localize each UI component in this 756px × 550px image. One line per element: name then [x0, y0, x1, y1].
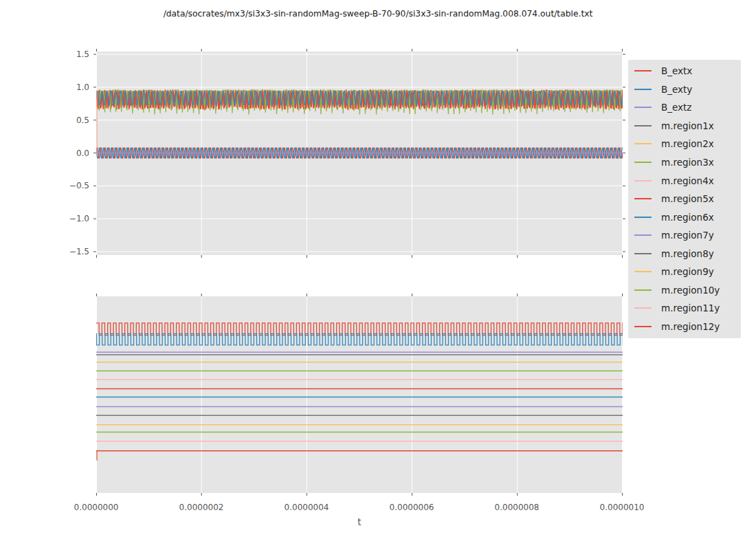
legend-line-swatch	[634, 217, 652, 218]
legend-line-swatch	[634, 253, 652, 254]
legend-label: m.region6x	[661, 212, 714, 223]
legend-item-B_extx: B_extx	[628, 62, 741, 80]
y-tick-label: 1.5	[41, 50, 89, 59]
legend-item-m.region8y: m.region8y	[628, 244, 741, 263]
y-tick-label: 1.0	[41, 82, 89, 92]
legend-line-swatch	[634, 125, 652, 126]
legend-line-swatch	[634, 271, 652, 272]
legend-label: B_exty	[661, 84, 692, 95]
legend-item-m.region12y: m.region12y	[628, 318, 741, 336]
x-axis-label: t	[96, 516, 623, 527]
legend-line-swatch	[634, 107, 652, 108]
legend-label: m.region10y	[661, 285, 720, 296]
legend-line-swatch	[634, 289, 652, 291]
legend-item-m.region9y: m.region9y	[628, 263, 741, 281]
legend-item-m.region10y: m.region10y	[628, 281, 741, 300]
x-tick-label: 0.0000004	[276, 503, 337, 512]
legend-line-swatch	[634, 162, 652, 163]
x-tick-label: 0.0000000	[65, 503, 127, 512]
y-tick-label: 0.0	[41, 148, 89, 158]
legend-label: m.region11y	[661, 302, 720, 314]
x-tick-label: 0.0000008	[486, 503, 548, 512]
legend-line-swatch	[634, 70, 652, 72]
legend-line-swatch	[634, 326, 652, 327]
y-tick-label: −0.5	[41, 181, 89, 190]
legend-item-m.region11y: m.region11y	[628, 299, 741, 318]
legend-label: m.region5x	[661, 193, 714, 204]
legend-item-m.region5x: m.region5x	[628, 190, 741, 208]
y-tick-label: 0.5	[41, 116, 89, 125]
legend-line-swatch	[634, 198, 652, 199]
legend-line-swatch	[634, 180, 652, 182]
legend-line-swatch	[634, 89, 652, 90]
figure: /data/socrates/mx3/si3x3-sin-randomMag-s…	[0, 0, 756, 550]
legend-label: m.region1x	[661, 120, 714, 131]
bottom-plot-area	[96, 296, 623, 493]
y-tick-label: −1.5	[41, 247, 89, 256]
legend-label: m.region2x	[661, 138, 714, 149]
legend-line-swatch	[634, 234, 652, 236]
legend-label: m.region3x	[661, 157, 714, 168]
legend-item-m.region7y: m.region7y	[628, 226, 741, 245]
legend-item-m.region2x: m.region2x	[628, 135, 741, 153]
legend-line-swatch	[634, 143, 652, 144]
legend: B_extxB_extyB_extzm.region1xm.region2xm.…	[628, 60, 741, 338]
legend-line-swatch	[634, 307, 652, 309]
legend-item-m.region4x: m.region4x	[628, 171, 741, 190]
legend-label: B_extx	[661, 65, 692, 76]
legend-label: m.region9y	[661, 266, 714, 277]
legend-label: B_extz	[661, 102, 691, 113]
legend-label: m.region8y	[661, 248, 714, 259]
legend-item-m.region1x: m.region1x	[628, 117, 741, 135]
x-tick-label: 0.0000010	[591, 503, 653, 512]
series-B_exty	[93, 333, 625, 345]
legend-item-m.region6x: m.region6x	[628, 208, 741, 226]
legend-label: m.region12y	[661, 321, 720, 332]
y-tick-label: −1.0	[41, 214, 89, 223]
figure-title: /data/socrates/mx3/si3x3-sin-randomMag-s…	[0, 9, 756, 19]
legend-item-m.region3x: m.region3x	[628, 153, 741, 172]
top-plot-area	[96, 52, 623, 255]
legend-item-B_extz: B_extz	[628, 98, 741, 117]
legend-label: m.region4x	[661, 175, 714, 186]
x-tick-label: 0.0000002	[170, 503, 232, 512]
x-tick-label: 0.0000006	[381, 503, 443, 512]
legend-label: m.region7y	[661, 230, 714, 241]
legend-item-B_exty: B_exty	[628, 80, 741, 99]
